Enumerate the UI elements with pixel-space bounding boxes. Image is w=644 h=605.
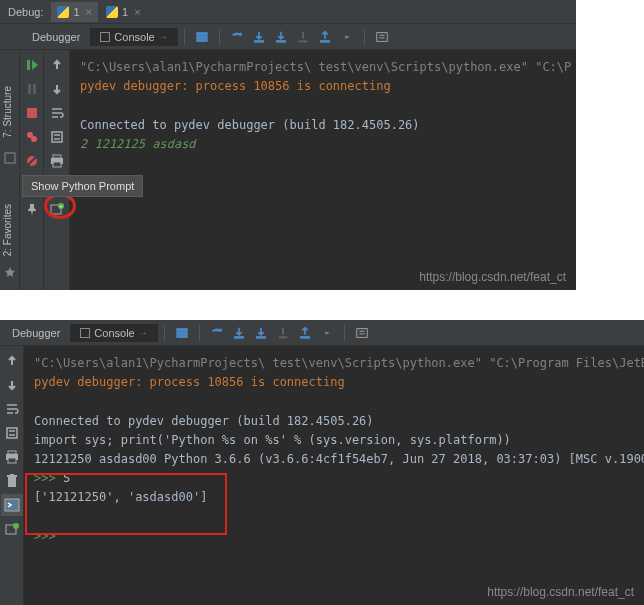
new-console-icon[interactable] (1, 518, 23, 540)
down-arrow-icon[interactable] (1, 374, 23, 396)
svg-rect-1 (196, 36, 207, 39)
console-line-import: import sys; print('Python %s on %s' % (s… (34, 431, 634, 450)
watermark: https://blog.csdn.net/feat_ct (487, 585, 634, 599)
ide-debug-panel-1: Debug: 1 × 1 × Debugger Console → (0, 0, 576, 290)
svg-rect-54 (10, 474, 14, 475)
svg-rect-36 (234, 336, 243, 338)
pin-icon: → (139, 328, 148, 338)
console-line-blank (80, 96, 566, 115)
user-input: S (56, 471, 70, 485)
step-into-my-icon[interactable] (250, 322, 272, 344)
svg-rect-7 (376, 32, 387, 41)
stop-button[interactable] (21, 102, 43, 124)
console-icon (80, 328, 90, 338)
svg-rect-4 (276, 40, 285, 42)
console-line-blank (34, 508, 634, 527)
svg-rect-14 (27, 108, 37, 118)
view-breakpoints-button[interactable] (21, 126, 43, 148)
up-arrow-icon[interactable] (1, 350, 23, 372)
step-into-icon[interactable] (228, 322, 250, 344)
svg-point-16 (31, 136, 37, 142)
tab-console[interactable]: Console → (90, 28, 177, 46)
new-console-icon[interactable]: + (46, 198, 68, 220)
soft-wrap-icon[interactable] (46, 102, 68, 124)
console-line-connecting: pydev debugger: process 10856 is connect… (34, 373, 634, 392)
separator (219, 29, 220, 45)
svg-text:+: + (59, 203, 62, 209)
evaluate-icon[interactable] (351, 322, 373, 344)
console-output[interactable]: "C:\Users\alan1\PycharmProjects\ test\ve… (70, 50, 576, 290)
force-step-icon[interactable] (292, 26, 314, 48)
resume-button[interactable] (21, 54, 43, 76)
console-icon (100, 32, 110, 42)
svg-rect-26 (53, 155, 61, 158)
watermark: https://blog.csdn.net/feat_ct (419, 270, 566, 284)
step-out-icon[interactable] (314, 26, 336, 48)
console-line-connected: Connected to pydev debugger (build 182.4… (80, 116, 566, 135)
svg-rect-28 (53, 162, 61, 167)
step-out-icon[interactable] (294, 322, 316, 344)
svg-rect-13 (33, 84, 36, 94)
console-line-version: 12121250 asdasd00 Python 3.6.6 (v3.6.6:4… (34, 450, 634, 469)
run-to-cursor-icon[interactable] (336, 26, 358, 48)
prompt: >>> (34, 471, 56, 485)
separator (199, 325, 200, 341)
svg-rect-11 (27, 60, 30, 70)
svg-rect-52 (8, 477, 16, 487)
icon-column: + (44, 50, 70, 290)
svg-rect-35 (176, 335, 187, 337)
step-over-icon[interactable] (226, 26, 248, 48)
show-python-prompt-button[interactable] (1, 494, 23, 516)
evaluate-icon[interactable] (371, 26, 393, 48)
svg-rect-6 (320, 40, 329, 42)
print-icon[interactable] (1, 446, 23, 468)
python-icon (57, 6, 69, 18)
up-arrow-icon[interactable] (46, 54, 68, 76)
tab-label: 1 (122, 6, 128, 18)
step-over-icon[interactable] (206, 322, 228, 344)
pin-button[interactable] (21, 198, 43, 220)
step-into-icon[interactable] (248, 26, 270, 48)
console-prompt-line: >>> S (34, 469, 634, 488)
console-line-blank (34, 392, 634, 411)
close-icon[interactable]: × (134, 6, 140, 18)
trash-icon[interactable] (1, 470, 23, 492)
step-into-my-icon[interactable] (270, 26, 292, 48)
tab-console[interactable]: Console → (70, 324, 157, 342)
tab-debugger[interactable]: Debugger (22, 28, 90, 46)
svg-rect-37 (256, 336, 265, 338)
svg-rect-39 (300, 336, 309, 338)
console-output[interactable]: "C:\Users\alan1\PycharmProjects\ test\ve… (24, 346, 644, 605)
svg-rect-34 (176, 332, 187, 335)
tab-label: 1 (73, 6, 79, 18)
debug-subtabs: Debugger Console → (0, 320, 644, 346)
tooltip: Show Python Prompt (22, 175, 143, 197)
mute-breakpoints-button[interactable] (21, 150, 43, 172)
console-tab-label: Console (114, 31, 154, 43)
run-config-tab-2[interactable]: 1 × (100, 2, 147, 22)
force-step-icon[interactable] (272, 322, 294, 344)
run-config-tab-1[interactable]: 1 × (51, 2, 98, 22)
prompt: >>> (34, 529, 56, 543)
layout-icon[interactable] (171, 322, 193, 344)
main-area: "C:\Users\alan1\PycharmProjects\ test\ve… (0, 346, 644, 605)
svg-rect-0 (196, 32, 207, 35)
pause-button[interactable] (21, 78, 43, 100)
print-icon[interactable] (46, 150, 68, 172)
svg-rect-51 (8, 458, 16, 463)
separator (344, 325, 345, 341)
console-prompt-line: >>> (34, 527, 634, 546)
tab-debugger[interactable]: Debugger (2, 324, 70, 342)
scroll-to-end-icon[interactable] (1, 422, 23, 444)
main-area: + "C:\Users\alan1\PycharmProjects\ test\… (0, 50, 576, 290)
svg-rect-40 (356, 328, 367, 337)
layout-icon[interactable] (191, 26, 213, 48)
svg-rect-2 (196, 39, 207, 41)
down-arrow-icon[interactable] (46, 78, 68, 100)
run-to-cursor-icon[interactable] (316, 322, 338, 344)
soft-wrap-icon[interactable] (1, 398, 23, 420)
scroll-to-end-icon[interactable] (46, 126, 68, 148)
console-tab-label: Console (94, 327, 134, 339)
close-icon[interactable]: × (86, 6, 92, 18)
console-line-connecting: pydev debugger: process 10856 is connect… (80, 77, 566, 96)
